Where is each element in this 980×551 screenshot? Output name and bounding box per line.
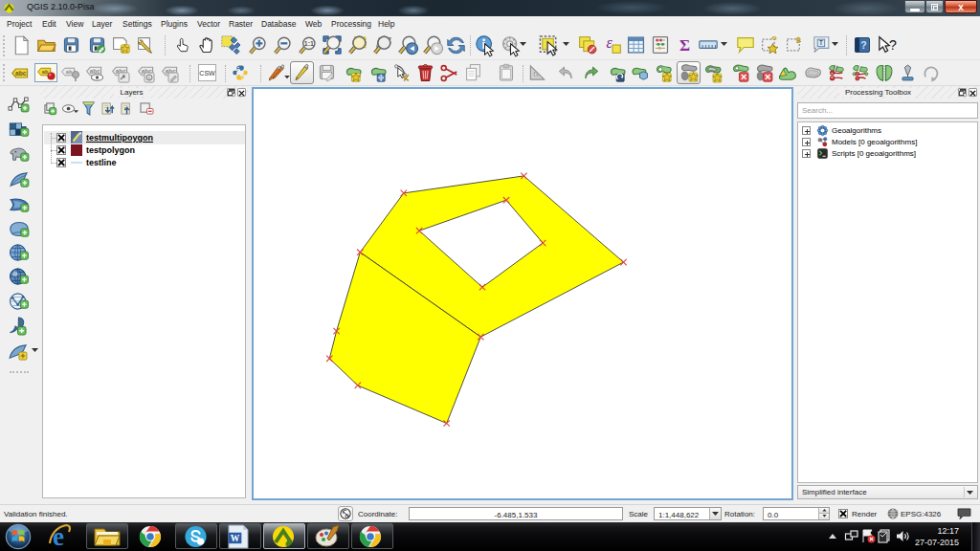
svg-text:Σ: Σ: [679, 36, 690, 55]
svg-text:1:1: 1:1: [304, 40, 314, 47]
svg-text:W: W: [231, 533, 240, 543]
svg-text:abc: abc: [15, 70, 27, 77]
svg-text:?: ?: [889, 37, 897, 53]
svg-text:?: ?: [860, 39, 866, 51]
svg-text:ε: ε: [607, 34, 613, 51]
svg-text:T: T: [819, 39, 824, 47]
